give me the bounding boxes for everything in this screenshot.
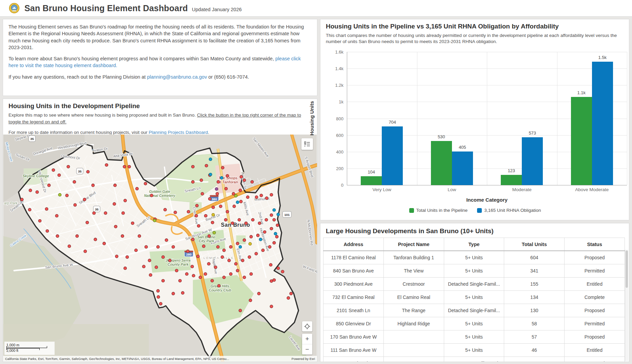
housing-point-orange[interactable] [212,213,215,216]
housing-point-red[interactable] [47,184,51,187]
zoom-in-button[interactable]: + [302,334,312,344]
housing-point-blue[interactable] [209,173,212,176]
housing-point-red[interactable] [239,200,242,203]
housing-point-red[interactable] [157,289,160,292]
housing-point-red[interactable] [216,192,219,195]
housing-point-red[interactable] [216,245,219,248]
housing-point-red[interactable] [36,190,39,194]
housing-point-red[interactable] [113,202,116,205]
housing-point-red[interactable] [207,262,210,265]
housing-point-red[interactable] [179,279,182,282]
housing-point-red[interactable] [76,235,79,238]
column-header-type[interactable]: Type [444,238,504,251]
housing-point-blue[interactable] [239,245,242,248]
housing-point-red[interactable] [124,199,127,202]
housing-point-red[interactable] [270,305,273,308]
housing-point-red[interactable] [172,245,175,248]
housing-point-red[interactable] [46,229,49,232]
housing-point-red[interactable] [275,235,278,238]
housing-point-red[interactable] [231,222,234,225]
housing-point-red[interactable] [221,166,224,169]
housing-point-red[interactable] [221,256,224,259]
housing-point-red[interactable] [226,210,229,213]
table-row[interactable]: 850 Glenview DrHighland Ridge5+ Units58P… [323,317,625,330]
housing-point-green[interactable] [234,194,237,197]
housing-point-red[interactable] [175,269,178,272]
table-row[interactable]: 170 San Bruno Ave W5+ Units57Proposed [323,330,625,344]
housing-point-red[interactable] [236,242,239,245]
housing-point-red[interactable] [191,265,194,268]
housing-point-red[interactable] [270,280,273,283]
housing-point-blue[interactable] [259,238,262,241]
housing-point-red[interactable] [150,194,153,197]
housing-point-red[interactable] [228,259,231,262]
housing-point-red[interactable] [172,292,175,295]
housing-point-red[interactable] [243,239,246,242]
housing-point-red[interactable] [105,164,108,167]
housing-point-red[interactable] [222,276,225,279]
housing-point-red[interactable] [192,180,195,183]
housing-point-red[interactable] [276,224,279,227]
housing-point-red[interactable] [136,187,139,190]
housing-point-red[interactable] [45,207,48,210]
legend-item[interactable]: 3,165 Unit RHNA Obligation [477,208,541,213]
housing-point-blue[interactable] [277,213,280,216]
housing-point-red[interactable] [226,175,229,178]
housing-point-red[interactable] [123,165,126,168]
housing-point-blue[interactable] [209,158,212,161]
housing-point-red[interactable] [145,245,148,248]
chart-bar-pipeline-moderate[interactable] [501,175,522,185]
housing-point-red[interactable] [239,309,242,312]
housing-point-red[interactable] [56,235,59,238]
housing-point-red[interactable] [52,169,55,172]
chart-bar-pipeline-low[interactable] [431,141,452,185]
housing-point-red[interactable] [74,203,77,206]
housing-point-red[interactable] [162,279,165,282]
housing-point-red[interactable] [93,211,96,215]
table-scrollbar[interactable] [625,250,628,361]
housing-point-red[interactable] [135,249,138,252]
table-row[interactable]: 300 Piedmont AveCrestmoorDetached Single… [323,278,625,291]
housing-point-red[interactable] [181,291,184,295]
housing-point-red[interactable] [165,239,168,242]
housing-point-blue[interactable] [236,201,239,204]
housing-point-red[interactable] [273,279,276,282]
housing-point-red[interactable] [281,270,284,273]
housing-point-green[interactable] [213,231,216,234]
housing-point-red[interactable] [208,197,211,200]
housing-point-red[interactable] [148,259,151,262]
housing-point-red[interactable] [224,187,228,190]
housing-point-red[interactable] [128,165,131,168]
legend-item[interactable]: Total Units in the Pipeline [409,208,468,213]
housing-point-red[interactable] [121,235,124,238]
housing-point-red[interactable] [192,274,195,277]
table-row[interactable]: 732 El Camino RealEl Camino Real5+ Units… [323,291,625,304]
housing-point-red[interactable] [159,302,162,305]
powered-by-esri[interactable]: Powered by Esri [292,357,315,361]
housing-point-red[interactable] [250,272,253,276]
housing-point-red[interactable] [256,234,259,237]
housing-point-red[interactable] [122,211,125,215]
housing-point-red[interactable] [246,196,249,199]
planning-email-link[interactable]: planning@sanbruno.ca.gov [147,74,207,80]
map-canvas[interactable]: Skyline DrWestborough BlvdDonegal AveAva… [3,135,317,362]
housing-point-red[interactable] [265,218,268,221]
housing-point-red[interactable] [273,241,276,244]
housing-point-red[interactable] [114,225,117,228]
housing-point-red[interactable] [142,265,145,268]
housing-point-red[interactable] [144,182,147,185]
table-row[interactable]: 111 San Bruno Ave W5+ Units46Entitled [323,344,625,357]
housing-point-red[interactable] [250,235,253,238]
housing-point-red[interactable] [55,214,58,217]
column-header-total-units[interactable]: Total Units [504,238,565,251]
housing-point-red[interactable] [138,235,141,238]
housing-point-red[interactable] [65,194,68,197]
housing-point-red[interactable] [200,179,203,182]
housing-point-red[interactable] [185,272,189,276]
housing-point-red[interactable] [157,245,160,248]
housing-point-red[interactable] [270,193,273,196]
pipeline-map[interactable]: Skyline DrWestborough BlvdDonegal AveAva… [3,135,317,362]
housing-point-red[interactable] [229,245,232,248]
housing-point-red[interactable] [232,192,235,195]
housing-point-red[interactable] [251,218,254,221]
